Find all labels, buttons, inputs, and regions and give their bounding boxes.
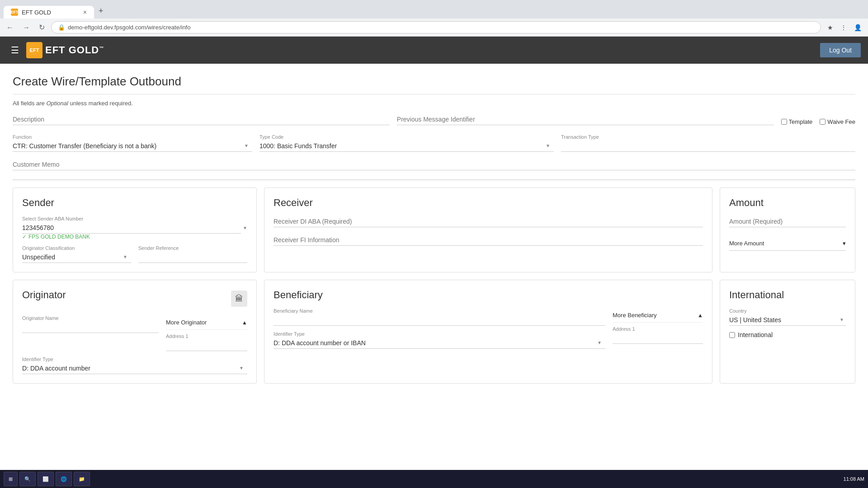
receiver-aba-input[interactable] xyxy=(274,216,703,227)
function-row: Function CTR: Customer Transfer (Benefic… xyxy=(13,134,855,152)
transaction-type-field-wrap: Transaction Type xyxy=(554,134,855,152)
address-bar[interactable]: 🔒 demo-eftgold.dev.fpsgold.com/wires/cre… xyxy=(51,21,821,33)
waive-fee-label: Waive Fee xyxy=(827,118,855,125)
amount-card: Amount More Amount ▾ xyxy=(720,188,855,272)
taskbar: ⊞ 🔍 ⬜ 🌐 📁 11:08 AM xyxy=(0,470,868,488)
browser-actions: ★ ⋮ 👤 xyxy=(825,22,864,33)
aba-label: Select Sender ABA Number xyxy=(22,216,247,221)
beneficiary-address1-label: Address 1 xyxy=(613,326,703,332)
template-checkbox-label[interactable]: Template xyxy=(781,118,813,125)
template-label: Template xyxy=(789,118,813,125)
beneficiary-right: More Beneficiary ▲ Address 1 xyxy=(613,308,703,349)
taskbar-browser[interactable]: 🌐 xyxy=(56,472,72,486)
refresh-button[interactable]: ↻ xyxy=(36,21,47,33)
transaction-type-input[interactable] xyxy=(561,141,855,152)
amount-input[interactable] xyxy=(729,216,846,227)
beneficiary-identifier-select[interactable]: D: DDA account number or IBAN xyxy=(274,338,605,349)
waive-fee-checkbox-label[interactable]: Waive Fee xyxy=(820,118,855,125)
country-label: Country xyxy=(729,308,846,314)
international-card: International Country US | United States… xyxy=(720,280,855,384)
beneficiary-main-row: Beneficiary Name Identifier Type D: DDA … xyxy=(274,308,703,349)
aba-select[interactable]: 123456780 xyxy=(22,222,241,234)
more-originator-label: More Originator xyxy=(166,319,207,326)
beneficiary-name-label: Beneficiary Name xyxy=(274,308,605,314)
originator-address1-input[interactable] xyxy=(166,340,247,351)
browser-tabs: EFT EFT GOLD × + xyxy=(4,4,864,19)
originator-name-input[interactable] xyxy=(22,322,159,333)
windows-icon: ⊞ xyxy=(9,476,13,482)
more-originator-row[interactable]: More Originator ▲ xyxy=(166,315,247,330)
beneficiary-left: Beneficiary Name Identifier Type D: DDA … xyxy=(274,308,605,349)
beneficiary-address1-input[interactable] xyxy=(613,333,703,344)
taskbar-explorer[interactable]: 📁 xyxy=(74,472,90,486)
more-originator-chevron: ▲ xyxy=(242,319,247,326)
originator-identifier-label: Identifier Type xyxy=(22,357,247,362)
originator-class-select[interactable]: Unspecified xyxy=(22,252,131,263)
amount-title: Amount xyxy=(729,197,846,209)
country-select[interactable]: US | United States xyxy=(729,314,846,326)
receiver-fi-input[interactable] xyxy=(274,235,703,246)
url-text: demo-eftgold.dev.fpsgold.com/wires/creat… xyxy=(68,24,190,31)
beneficiary-address1-wrap: Address 1 xyxy=(613,326,703,344)
logout-button[interactable]: Log Out xyxy=(820,43,861,57)
bookmarks-button[interactable]: ★ xyxy=(825,22,836,33)
originator-bank-icon[interactable]: 🏛 xyxy=(231,291,247,307)
originator-class-label: Originator Classification xyxy=(22,245,131,251)
type-code-field-wrap: Type Code 1000: Basic Funds Transfer ▼ xyxy=(252,134,554,152)
more-beneficiary-row[interactable]: More Beneficiary ▲ xyxy=(613,308,703,323)
optional-note: All fields are Optional unless marked re… xyxy=(13,100,855,107)
description-field-wrap xyxy=(13,114,390,125)
description-input[interactable] xyxy=(13,114,390,125)
taskview-icon: ⬜ xyxy=(42,476,49,482)
profile-button[interactable]: 👤 xyxy=(851,22,864,33)
more-amount-row[interactable]: More Amount ▾ xyxy=(729,236,846,251)
system-tray: 11:08 AM xyxy=(844,476,864,482)
more-beneficiary-chevron: ▲ xyxy=(698,312,703,319)
app-logo: EFT EFT GOLD™ xyxy=(26,42,104,58)
sender-ref-wrap: Sender Reference 20210401110819 xyxy=(138,245,247,263)
aba-select-arrow: ▼ xyxy=(243,225,247,230)
function-select[interactable]: CTR: Customer Transfer (Beneficiary is n… xyxy=(13,141,252,152)
active-tab[interactable]: EFT EFT GOLD × xyxy=(4,6,94,19)
main-content: Create Wire/Template Outbound All fields… xyxy=(0,64,868,488)
customer-memo-input[interactable] xyxy=(13,159,855,170)
browser-controls: ← → ↻ 🔒 demo-eftgold.dev.fpsgold.com/wir… xyxy=(0,19,868,37)
time-display: 11:08 AM xyxy=(844,476,864,482)
international-checkbox-label[interactable]: International xyxy=(729,331,846,338)
cards-row-2: Originator 🏛 Originator Name More Origin… xyxy=(13,280,855,384)
beneficiary-card: Beneficiary Beneficiary Name Identifier … xyxy=(264,280,712,384)
beneficiary-name-input[interactable] xyxy=(274,314,605,326)
back-button[interactable]: ← xyxy=(4,22,16,33)
international-checkbox[interactable] xyxy=(729,332,735,338)
menu-button[interactable]: ☰ xyxy=(7,41,23,59)
type-code-select[interactable]: 1000: Basic Funds Transfer xyxy=(259,141,554,152)
function-field-wrap: Function CTR: Customer Transfer (Benefic… xyxy=(13,134,252,152)
sender-card: Sender Select Sender ABA Number 12345678… xyxy=(13,188,257,272)
explorer-icon: 📁 xyxy=(79,476,85,482)
type-code-label: Type Code xyxy=(259,134,554,140)
taskbar-start[interactable]: ⊞ xyxy=(4,472,18,486)
taskbar-taskview[interactable]: ⬜ xyxy=(38,472,54,486)
browser-icon: 🌐 xyxy=(61,476,67,482)
sender-ref-input[interactable]: 20210401110819 xyxy=(138,252,247,263)
top-options-row: Template Waive Fee xyxy=(13,114,855,125)
taskbar-search[interactable]: 🔍 xyxy=(19,472,36,486)
search-icon: 🔍 xyxy=(24,476,31,482)
page-title: Create Wire/Template Outbound xyxy=(13,75,855,89)
extensions-button[interactable]: ⋮ xyxy=(838,22,849,33)
forward-button[interactable]: → xyxy=(20,22,33,33)
originator-title: Originator xyxy=(22,289,66,301)
new-tab-button[interactable]: + xyxy=(94,4,108,19)
originator-identifier-select[interactable]: D: DDA account number xyxy=(22,363,247,374)
prev-msg-input[interactable] xyxy=(397,114,774,125)
receiver-fi-wrap xyxy=(274,235,703,246)
title-divider xyxy=(13,94,855,94)
aba-field-wrap: Select Sender ABA Number 123456780 ▼ xyxy=(22,216,247,234)
prev-msg-field-wrap xyxy=(397,114,774,125)
waive-fee-checkbox[interactable] xyxy=(820,119,826,125)
receiver-card: Receiver xyxy=(264,188,712,272)
template-checkbox[interactable] xyxy=(781,119,787,125)
beneficiary-title: Beneficiary xyxy=(274,289,703,301)
transaction-type-label: Transaction Type xyxy=(561,134,855,140)
close-tab-button[interactable]: × xyxy=(83,9,87,16)
